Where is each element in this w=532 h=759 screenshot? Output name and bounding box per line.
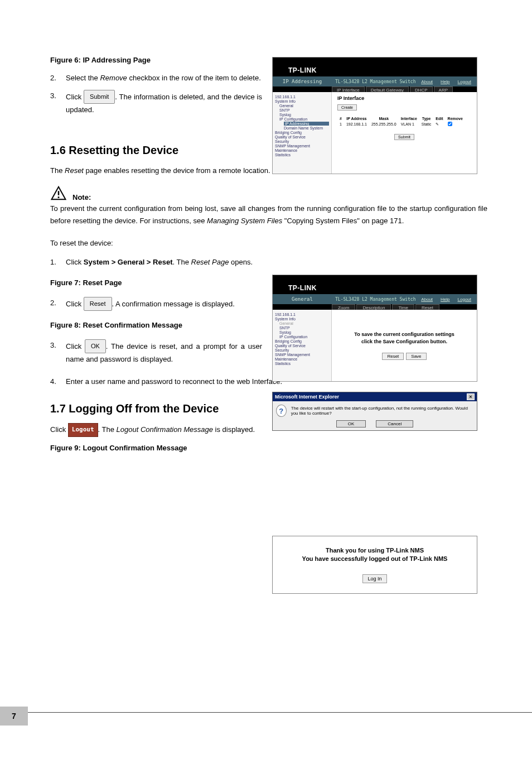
figure9-image: Thank you for using TP-Link NMS You have… xyxy=(272,536,477,594)
steps-reset-1: 1. Click System > General > Reset. The R… xyxy=(50,256,262,268)
submit-button[interactable]: Submit xyxy=(394,134,414,140)
tp-link-logo: TP-LINK xyxy=(288,66,477,74)
remove-checkbox[interactable] xyxy=(446,121,465,127)
step-body: Click Reset. A confirmation message is d… xyxy=(66,297,262,311)
cell: VLAN 1 xyxy=(399,121,419,127)
text: click the Save Configuration button. xyxy=(361,339,447,344)
figure8-caption: Figure 8: Reset Confirmation Message xyxy=(50,321,262,329)
th-num: # xyxy=(337,116,344,121)
edit-icon[interactable]: ✎ xyxy=(433,121,445,127)
th-remove: Remove xyxy=(446,116,465,121)
tree-syslog[interactable]: Syslog xyxy=(279,113,329,117)
about-link[interactable]: About xyxy=(421,79,433,84)
step-number: 4. xyxy=(50,376,66,388)
help-link[interactable]: Help xyxy=(441,79,449,84)
logout-link[interactable]: Logout xyxy=(458,79,471,84)
warning-icon xyxy=(50,185,67,201)
panel-heading: IP Interface xyxy=(337,95,471,101)
step-number: 3. xyxy=(50,339,66,366)
tree-system-info[interactable]: System Info xyxy=(275,317,329,321)
cancel-button[interactable]: Cancel xyxy=(376,420,413,427)
cell: 1 xyxy=(337,121,344,127)
tree-snmp[interactable]: SNMP Management xyxy=(275,144,329,148)
text: The xyxy=(50,166,65,175)
page-number: 7 xyxy=(0,707,28,726)
text: Click xyxy=(66,300,84,308)
text: Thank you for using TP-Link NMS xyxy=(326,547,424,554)
switch-title: TL-SL3428 L2 Management Switch xyxy=(332,79,421,84)
figure6-image: TP-LINK IP Addressing TL-SL3428 L2 Manag… xyxy=(272,57,477,174)
about-link[interactable]: About xyxy=(421,297,433,302)
reset-button[interactable]: Reset xyxy=(382,353,404,360)
text: Select the xyxy=(66,74,100,82)
figure6-caption: Figure 6: IP Addressing Page xyxy=(50,56,262,64)
figure8-image: Microsoft Internet Explorer × ? The devi… xyxy=(272,392,477,431)
ok-button-inline: OK xyxy=(85,339,106,353)
logout-link[interactable]: Logout xyxy=(458,297,471,302)
text-bold: System > General > Reset xyxy=(84,258,173,266)
text: . The xyxy=(172,258,191,266)
th-interface: Interface xyxy=(399,116,419,121)
tree-bridging[interactable]: Bridging Config xyxy=(275,131,329,134)
tree-maintenance[interactable]: Maintenance xyxy=(275,148,329,152)
ok-button[interactable]: OK xyxy=(336,420,366,427)
tree-qos[interactable]: Quality of Service xyxy=(275,135,329,139)
tree-general[interactable]: General xyxy=(279,104,329,108)
cell: Static xyxy=(419,121,434,127)
login-button[interactable]: Log In xyxy=(362,574,386,583)
tree-qos[interactable]: Quality of Service xyxy=(275,344,329,348)
text: checkbox in the row of the item to delet… xyxy=(127,74,261,82)
th-mask: Mask xyxy=(369,116,399,121)
help-link[interactable]: Help xyxy=(441,297,449,302)
tree-security[interactable]: Security xyxy=(275,348,329,352)
tree-syslog[interactable]: Syslog xyxy=(279,330,329,334)
step-number: 2. xyxy=(50,297,66,311)
cell: 192.168.1.1 xyxy=(344,121,369,127)
tree-sntp[interactable]: SNTP xyxy=(279,326,329,330)
tree-ip-addressing[interactable]: IP Addressing xyxy=(284,122,329,126)
tree-statistics[interactable]: Statistics xyxy=(275,362,329,366)
text: . A confirmation message is displayed. xyxy=(112,300,235,308)
text: Click xyxy=(66,93,84,101)
tree-ip: 192.168.1.1 xyxy=(275,313,329,316)
text: page enables resetting the device from a… xyxy=(84,166,270,175)
page-footer: 7 xyxy=(0,707,532,726)
tree-dns[interactable]: Domain Name System xyxy=(284,126,329,130)
text-emph: Reset xyxy=(65,166,84,175)
step-body: Click System > General > Reset. The Rese… xyxy=(66,256,262,268)
dialog-message: The device will restart with the start-u… xyxy=(291,406,473,416)
tree-general[interactable]: General xyxy=(279,321,329,325)
text: To save the current configuration settin… xyxy=(354,332,454,337)
text-emph: Logout Confirmation Message xyxy=(117,425,213,434)
tree-security[interactable]: Security xyxy=(275,140,329,143)
tree-ip: 192.168.1.1 xyxy=(275,95,329,99)
tree-ip-configuration[interactable]: IP Configuration xyxy=(279,117,329,121)
tree-ip-configuration[interactable]: IP Configuration xyxy=(279,335,329,339)
tree-statistics[interactable]: Statistics xyxy=(275,153,329,157)
text: Click xyxy=(66,258,84,266)
save-config-msg: To save the current configuration settin… xyxy=(354,331,454,345)
submit-button-inline: Submit xyxy=(84,90,115,104)
th-ip: IP Address xyxy=(344,116,369,121)
create-button[interactable]: Create xyxy=(337,104,357,111)
svg-point-1 xyxy=(58,196,60,198)
close-icon[interactable]: × xyxy=(467,393,475,400)
save-button[interactable]: Save xyxy=(406,353,426,360)
tree-sntp[interactable]: SNTP xyxy=(279,108,329,112)
nav-tree: 192.168.1.1 System Info General SNTP Sys… xyxy=(273,92,332,174)
tp-link-logo: TP-LINK xyxy=(288,284,477,292)
note-label: Note: xyxy=(72,193,91,201)
tree-system-info[interactable]: System Info xyxy=(275,99,329,103)
switch-title: TL-SL3428 L2 Management Switch xyxy=(332,297,421,302)
logout-message: Thank you for using TP-Link NMS You have… xyxy=(302,546,448,564)
footer-rule xyxy=(28,712,532,713)
tree-maintenance[interactable]: Maintenance xyxy=(275,357,329,361)
step-body: Select the Remove checkbox in the row of… xyxy=(66,72,262,84)
step-body: Click Submit. The information is deleted… xyxy=(66,90,262,116)
tree-snmp[interactable]: SNMP Management xyxy=(275,353,329,357)
text: opens. xyxy=(229,258,253,266)
text-emph: Reset Page xyxy=(191,258,229,266)
step-body: Click OK. The device is reset, and a pro… xyxy=(66,339,262,366)
tree-bridging[interactable]: Bridging Config xyxy=(275,339,329,343)
text: is displayed. xyxy=(213,425,255,434)
